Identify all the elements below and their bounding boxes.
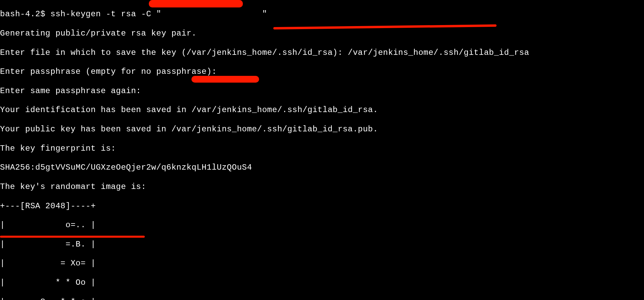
terminal-line: Enter file in which to save the key (/va… bbox=[0, 48, 644, 58]
command-text-end: " bbox=[262, 9, 267, 19]
terminal-line: SHA256:d5gtVVSuMC/UGXzeOeQjer2w/q6knzkqL… bbox=[0, 163, 644, 172]
command-text: ssh-keygen -t rsa -C " bbox=[50, 9, 161, 19]
randomart-line: | * * Oo | bbox=[0, 278, 644, 287]
terminal-line: The key's randomart image is: bbox=[0, 182, 644, 192]
terminal-line: The key fingerprint is: bbox=[0, 144, 644, 153]
randomart-line: +---[RSA 2048]----+ bbox=[0, 201, 644, 211]
terminal-line: Enter same passphrase again: bbox=[0, 86, 644, 96]
terminal-line: Your public key has been saved in /var/j… bbox=[0, 125, 644, 134]
redacted-space bbox=[161, 9, 262, 19]
terminal-line: Your identification has been saved in /v… bbox=[0, 105, 644, 115]
redaction-mark bbox=[149, 0, 243, 7]
randomart-line: | = Xo= | bbox=[0, 259, 644, 268]
terminal-window[interactable]: bash-4.2$ ssh-keygen -t rsa -C " " Gener… bbox=[0, 0, 644, 300]
terminal-line: Generating public/private rsa key pair. bbox=[0, 29, 644, 38]
terminal-line: bash-4.2$ ssh-keygen -t rsa -C " " bbox=[0, 9, 644, 19]
shell-prompt: bash-4.2$ bbox=[0, 9, 50, 19]
randomart-line: | o=.. | bbox=[0, 220, 644, 230]
terminal-line: Enter passphrase (empty for no passphras… bbox=[0, 67, 644, 77]
redaction-mark bbox=[191, 76, 259, 83]
randomart-line: | S = * * o | bbox=[0, 297, 644, 300]
randomart-line: | =.B. | bbox=[0, 240, 644, 249]
underline-mark bbox=[0, 236, 145, 238]
